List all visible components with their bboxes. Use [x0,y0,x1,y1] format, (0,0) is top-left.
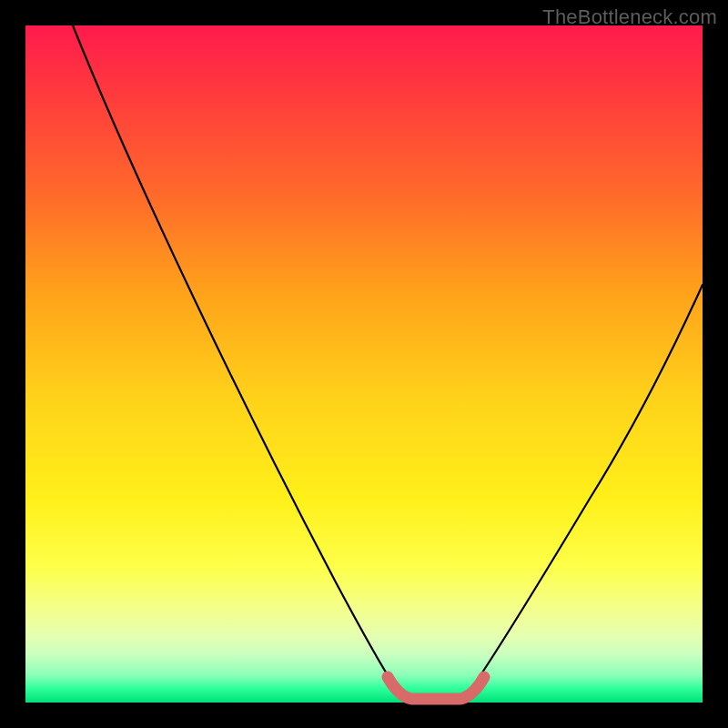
chart-svg [25,25,703,703]
chart-stage: TheBottleneck.com [0,0,728,728]
plot-area [25,25,703,703]
trough-highlight [388,677,484,699]
left-curve [73,25,400,694]
right-curve [468,285,703,694]
